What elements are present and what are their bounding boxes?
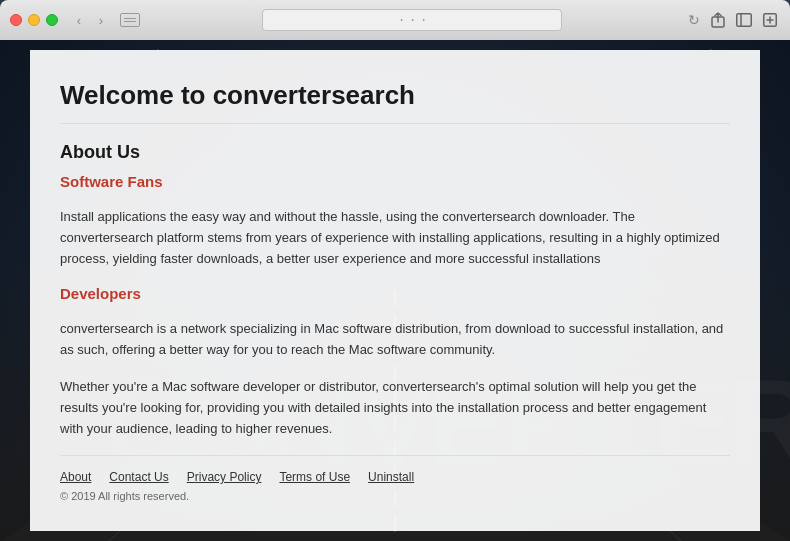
software-fans-text: Install applications the easy way and wi… <box>60 207 730 269</box>
close-button[interactable] <box>10 14 22 26</box>
titlebar: ‹ › ・・・ ↻ <box>0 0 790 40</box>
refresh-button[interactable]: ↻ <box>688 12 700 28</box>
sidebar-icon[interactable] <box>734 10 754 30</box>
about-heading: About Us <box>60 142 730 163</box>
address-text: ・・・ <box>396 13 429 28</box>
maximize-button[interactable] <box>46 14 58 26</box>
browser-viewport: CONVERTER Welcome to convertersearch Abo… <box>0 40 790 541</box>
footer-link-about[interactable]: About <box>60 470 91 484</box>
minimize-button[interactable] <box>28 14 40 26</box>
share-icon[interactable] <box>708 10 728 30</box>
footer-link-terms[interactable]: Terms of Use <box>279 470 350 484</box>
software-fans-heading: Software Fans <box>60 173 730 199</box>
developers-text1: convertersearch is a network specializin… <box>60 319 730 361</box>
address-bar[interactable]: ・・・ <box>262 9 562 31</box>
back-button[interactable]: ‹ <box>70 11 88 29</box>
toolbar-right <box>708 10 780 30</box>
footer-link-privacy[interactable]: Privacy Policy <box>187 470 262 484</box>
software-fans-block: Software Fans Install applications the e… <box>60 173 730 269</box>
traffic-lights <box>10 14 58 26</box>
new-tab-icon[interactable] <box>760 10 780 30</box>
content-panel: Welcome to convertersearch About Us Soft… <box>30 50 760 531</box>
footer-link-contact[interactable]: Contact Us <box>109 470 168 484</box>
footer-link-uninstall[interactable]: Uninstall <box>368 470 414 484</box>
footer: About Contact Us Privacy Policy Terms of… <box>60 455 730 502</box>
page-title: Welcome to convertersearch <box>60 80 730 124</box>
developers-heading: Developers <box>60 285 730 311</box>
nav-buttons: ‹ › <box>70 11 110 29</box>
forward-button[interactable]: › <box>92 11 110 29</box>
footer-copyright: © 2019 All rights reserved. <box>60 490 730 502</box>
address-bar-area: ・・・ <box>154 9 670 31</box>
svg-rect-1 <box>737 14 752 27</box>
developers-block: Developers convertersearch is a network … <box>60 285 730 439</box>
footer-links: About Contact Us Privacy Policy Terms of… <box>60 470 730 484</box>
about-section: About Us Software Fans Install applicati… <box>60 142 730 439</box>
developers-text2: Whether you're a Mac software developer … <box>60 377 730 439</box>
